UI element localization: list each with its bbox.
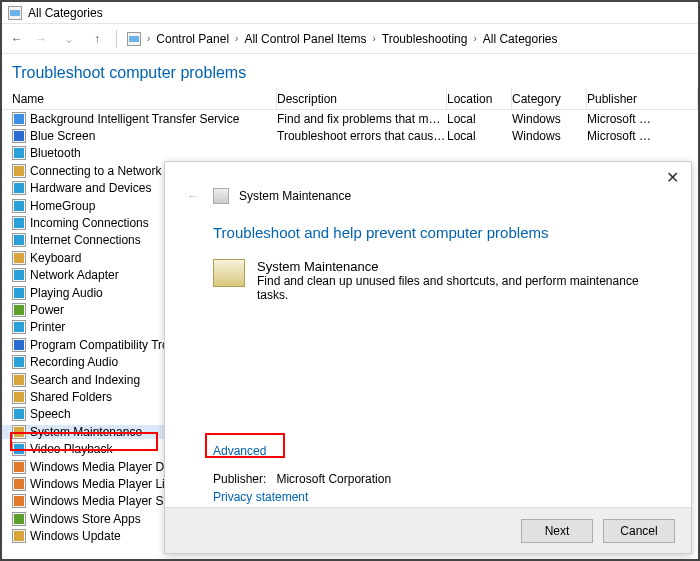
item-name: Search and Indexing	[30, 373, 140, 387]
item-name: Background Intelligent Transfer Service	[30, 112, 239, 126]
svg-rect-19	[14, 409, 24, 419]
item-icon	[12, 320, 26, 334]
item-icon	[12, 338, 26, 352]
svg-rect-24	[14, 496, 24, 506]
svg-rect-15	[14, 340, 24, 350]
nav-bar: ← → ⌄ ↑ › Control Panel › All Control Pa…	[2, 24, 698, 54]
item-category: Windows	[512, 112, 587, 126]
item-icon	[12, 233, 26, 247]
item-name: Playing Audio	[30, 286, 103, 300]
svg-rect-18	[14, 392, 24, 402]
item-name: HomeGroup	[30, 199, 95, 213]
item-icon	[12, 112, 26, 126]
maintenance-icon	[213, 259, 245, 287]
svg-rect-16	[14, 357, 24, 367]
col-header-category[interactable]: Category	[512, 88, 587, 109]
item-icon	[12, 181, 26, 195]
item-name: Recording Audio	[30, 355, 118, 369]
col-header-publisher[interactable]: Publisher	[587, 88, 698, 109]
item-location: Local	[447, 112, 512, 126]
next-button[interactable]: Next	[521, 519, 593, 543]
item-icon	[12, 216, 26, 230]
item-icon	[12, 460, 26, 474]
svg-rect-6	[14, 183, 24, 193]
svg-rect-1	[129, 36, 139, 42]
item-icon	[12, 512, 26, 526]
recent-locations-icon[interactable]: ⌄	[60, 30, 78, 48]
back-button[interactable]: ←	[8, 30, 26, 48]
breadcrumb-item[interactable]: All Categories	[483, 32, 558, 46]
item-icon	[12, 146, 26, 160]
item-category: Windows	[512, 129, 587, 143]
col-header-location[interactable]: Location	[447, 88, 512, 109]
publisher-value: Microsoft Corporation	[276, 472, 391, 486]
item-icon	[12, 164, 26, 178]
breadcrumb-item[interactable]: Troubleshooting	[382, 32, 468, 46]
svg-rect-12	[14, 288, 24, 298]
breadcrumb[interactable]: › Control Panel › All Control Panel Item…	[127, 32, 557, 46]
list-item[interactable]: Background Intelligent Transfer ServiceF…	[2, 110, 698, 127]
item-icon	[12, 286, 26, 300]
privacy-link[interactable]: Privacy statement	[213, 490, 308, 504]
chevron-right-icon: ›	[235, 33, 238, 44]
item-name: Incoming Connections	[30, 216, 149, 230]
cancel-button[interactable]: Cancel	[603, 519, 675, 543]
page-title: Troubleshoot computer problems	[2, 54, 698, 88]
title-bar: All Categories	[2, 2, 698, 24]
svg-rect-22	[14, 462, 24, 472]
dialog-icon	[213, 188, 229, 204]
item-icon	[12, 268, 26, 282]
item-desc: Find and fix problems that may p…	[277, 112, 447, 126]
col-header-name[interactable]: Name	[2, 88, 277, 109]
breadcrumb-item[interactable]: Control Panel	[156, 32, 229, 46]
svg-rect-7	[14, 201, 24, 211]
svg-rect-2	[14, 114, 24, 124]
window-title: All Categories	[28, 6, 103, 20]
column-headers: Name Description Location Category Publi…	[2, 88, 698, 110]
chevron-right-icon: ›	[372, 33, 375, 44]
item-name: Internet Connections	[30, 233, 141, 247]
item-name: Blue Screen	[30, 129, 95, 143]
item-name: Keyboard	[30, 251, 81, 265]
chevron-right-icon: ›	[473, 33, 476, 44]
item-icon	[12, 373, 26, 387]
list-item[interactable]: Bluetooth	[2, 145, 698, 162]
troubleshooter-title: System Maintenance	[257, 259, 651, 274]
item-publisher: Microsoft …	[587, 129, 698, 143]
item-location: Local	[447, 129, 512, 143]
item-name: Connecting to a Network	[30, 164, 161, 178]
window-icon	[8, 6, 22, 20]
list-item[interactable]: Blue ScreenTroubleshoot errors that caus…	[2, 127, 698, 144]
svg-rect-17	[14, 375, 24, 385]
dialog-back-button[interactable]: ←	[183, 186, 203, 206]
col-header-description[interactable]: Description	[277, 88, 447, 109]
svg-rect-9	[14, 235, 24, 245]
chevron-right-icon: ›	[147, 33, 150, 44]
svg-rect-4	[14, 148, 24, 158]
svg-rect-8	[14, 218, 24, 228]
item-icon	[12, 477, 26, 491]
breadcrumb-item[interactable]: All Control Panel Items	[244, 32, 366, 46]
troubleshooter-description: Find and clean up unused files and short…	[257, 274, 651, 302]
item-name: Shared Folders	[30, 390, 112, 404]
svg-rect-23	[14, 479, 24, 489]
up-button[interactable]: ↑	[88, 30, 106, 48]
item-icon	[12, 251, 26, 265]
item-publisher: Microsoft …	[587, 112, 698, 126]
forward-button[interactable]: →	[32, 30, 50, 48]
close-button[interactable]: ✕	[663, 168, 681, 186]
item-icon	[12, 355, 26, 369]
svg-rect-0	[10, 10, 20, 16]
dialog-label: System Maintenance	[239, 189, 351, 203]
item-name: Windows Update	[30, 529, 121, 543]
svg-rect-11	[14, 270, 24, 280]
location-icon	[127, 32, 141, 46]
item-name: Windows Media Player DVD	[30, 460, 181, 474]
svg-rect-13	[14, 305, 24, 315]
item-name: Bluetooth	[30, 146, 81, 160]
item-icon	[12, 494, 26, 508]
item-name: Hardware and Devices	[30, 181, 151, 195]
svg-rect-14	[14, 322, 24, 332]
item-icon	[12, 390, 26, 404]
item-icon	[12, 303, 26, 317]
